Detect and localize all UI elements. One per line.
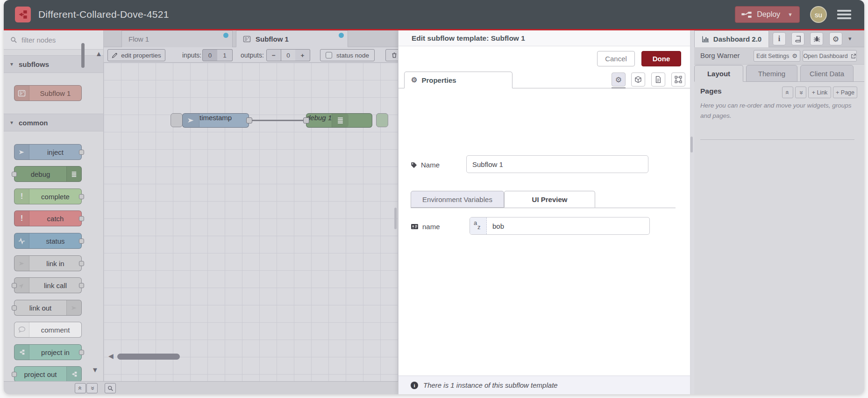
tab-flow-1[interactable]: Flow 1 — [121, 30, 233, 47]
output-port[interactable] — [79, 150, 84, 155]
outputs-decrement-button[interactable]: − — [266, 49, 281, 61]
palette-node-subflow-1[interactable]: Subflow 1 — [14, 85, 82, 101]
tray-toolbar: Cancel Done — [398, 46, 690, 71]
output-port[interactable] — [79, 194, 84, 199]
config-nodes-tab-button[interactable]: ⚙ — [829, 32, 842, 45]
collapse-pages-button[interactable]: « — [782, 87, 793, 98]
input-port[interactable] — [12, 283, 17, 288]
palette-node-complete[interactable]: ! complete — [14, 188, 82, 204]
description-tab-button[interactable] — [651, 72, 665, 87]
output-port[interactable] — [79, 350, 84, 355]
output-port[interactable] — [79, 239, 84, 244]
subflow-icon — [14, 86, 29, 101]
tab-theming[interactable]: Theming — [746, 65, 797, 82]
help-tab-button[interactable] — [791, 32, 804, 45]
scroll-left-icon[interactable]: ◀ — [108, 352, 114, 360]
done-button[interactable]: Done — [641, 51, 681, 66]
expand-pages-button[interactable]: « — [795, 87, 806, 98]
inputs-1-button[interactable]: 1 — [217, 49, 233, 61]
tab-environment-variables[interactable]: Environment Variables — [411, 191, 504, 208]
palette-node-link-out[interactable]: link out — [14, 300, 82, 316]
deploy-button[interactable]: Deploy ▼ — [735, 6, 800, 23]
input-port[interactable] — [12, 172, 17, 177]
input-port[interactable] — [12, 372, 17, 377]
inputs-0-button[interactable]: 0 — [202, 49, 218, 61]
palette-search[interactable]: filter nodes — [4, 30, 103, 50]
palette-node-link-in[interactable]: link in — [14, 255, 82, 271]
deploy-options-caret-icon[interactable]: ▼ — [788, 12, 793, 17]
user-avatar[interactable]: su — [810, 6, 827, 23]
sidebar-separator[interactable] — [690, 30, 694, 394]
dashboard-header-row: Borg Warner Edit Settings ⚙ Open Dashboa… — [694, 47, 864, 65]
palette-node-project-out[interactable]: project out — [14, 366, 82, 382]
cancel-button[interactable]: Cancel — [597, 51, 635, 66]
inputs-label: inputs: — [182, 51, 201, 59]
string-type-button[interactable]: az — [470, 217, 487, 234]
properties-tab-icon-button[interactable]: ⚙ — [612, 72, 626, 87]
output-port[interactable] — [79, 283, 84, 288]
subflow-input-stub[interactable] — [171, 113, 183, 127]
project-icon — [14, 345, 29, 360]
palette-node-inject[interactable]: inject — [14, 144, 82, 160]
active-tab-underline — [612, 87, 626, 88]
tab-ui-preview[interactable]: UI Preview — [504, 191, 595, 208]
subflow-output-stub[interactable] — [376, 113, 388, 127]
sidebar-resize-grip[interactable] — [690, 137, 693, 152]
debug-tab-button[interactable] — [810, 32, 823, 45]
sidebar-options-caret-icon[interactable]: ▾ — [848, 35, 852, 42]
tray-title: Edit subflow template: Subflow 1 — [398, 30, 690, 46]
chevron-down-icon: ▾ — [10, 119, 13, 126]
palette-node-debug[interactable]: debug — [14, 166, 82, 182]
info-tab-button[interactable]: i — [773, 32, 786, 45]
palette-scrollbar-thumb[interactable] — [81, 43, 85, 68]
dashboard-name: Borg Warner — [700, 51, 740, 59]
palette-node-project-in[interactable]: project in — [14, 344, 82, 360]
palette-scroll-down-icon[interactable]: ▼ — [92, 366, 99, 374]
main-menu-button[interactable] — [837, 10, 851, 19]
app-header: Different-Collared-Dove-4521 Deploy ▼ su — [4, 0, 864, 29]
book-icon — [795, 36, 802, 43]
canvas-node-debug-1[interactable]: debug 1 — [306, 113, 372, 128]
tab-label: Flow 1 — [128, 35, 149, 43]
open-dashboard-button[interactable]: Open Dashboard — [803, 50, 857, 62]
palette-category-subflows[interactable]: ▾ subflows — [4, 55, 103, 73]
palette-category-common[interactable]: ▾ common — [4, 114, 103, 131]
status-node-toggle[interactable]: status node — [320, 49, 375, 61]
tab-subflow-1[interactable]: Subflow 1 — [236, 30, 348, 47]
tab-layout[interactable]: Layout — [694, 65, 743, 82]
output-port[interactable] — [79, 216, 84, 221]
tab-dashboard-2[interactable]: Dashboard 2.0 — [694, 30, 769, 47]
tab-properties[interactable]: ⚙ Properties — [404, 72, 512, 88]
tab-client-data[interactable]: Client Data — [800, 65, 854, 82]
wire[interactable] — [252, 120, 307, 121]
inject-arrow-icon — [183, 114, 199, 127]
tray-resize-grip[interactable] — [394, 208, 397, 229]
outputs-increment-button[interactable]: + — [295, 49, 310, 61]
palette-node-catch[interactable]: ! catch — [14, 210, 82, 226]
palette-node-status[interactable]: status — [14, 233, 82, 249]
add-link-button[interactable]: + Link — [808, 87, 831, 98]
expand-all-categories-button[interactable]: « — [86, 383, 98, 393]
palette-node-link-call[interactable]: link call — [14, 277, 82, 293]
edit-properties-button[interactable]: edit properties — [107, 49, 165, 61]
env-name-value[interactable]: bob — [487, 222, 504, 230]
output-port[interactable] — [79, 261, 84, 266]
output-port[interactable] — [246, 117, 252, 123]
name-field-label: Name — [411, 161, 440, 169]
tray-footer: i There is 1 instance of this subflow te… — [398, 376, 690, 394]
collapse-all-categories-button[interactable]: « — [75, 383, 86, 393]
palette-scroll-up-icon[interactable]: ▲ — [95, 50, 102, 58]
deploy-icon — [741, 11, 752, 19]
edit-settings-button[interactable]: Edit Settings ⚙ — [754, 50, 800, 62]
status-node-checkbox[interactable] — [326, 52, 332, 58]
subflow-name-input[interactable]: Subflow 1 — [466, 155, 648, 173]
appearance-tab-button[interactable] — [671, 72, 685, 87]
module-properties-tab-button[interactable] — [631, 72, 645, 87]
zoom-search-button[interactable] — [105, 383, 116, 393]
input-port[interactable] — [303, 117, 309, 123]
input-port[interactable] — [12, 305, 17, 311]
add-page-button[interactable]: + Page — [833, 87, 857, 98]
canvas-horizontal-scrollbar[interactable] — [117, 354, 180, 360]
palette-node-comment[interactable]: comment — [14, 322, 82, 338]
canvas-node-timestamp[interactable]: timestamp — [182, 113, 249, 128]
